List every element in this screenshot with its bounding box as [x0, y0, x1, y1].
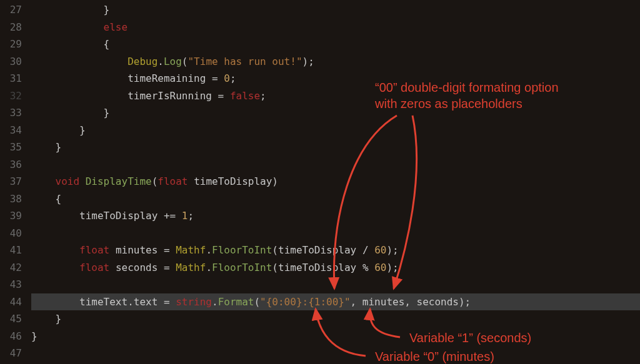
code-line — [31, 276, 640, 293]
line-number: 34 — [0, 122, 22, 139]
annotation-var1: Variable “1” (seconds) — [409, 330, 531, 346]
line-number: 45 — [0, 310, 22, 328]
code-editor[interactable]: 2728293031323334353637383940414243444546… — [0, 0, 640, 364]
code-line: timeToDisplay += 1; — [31, 207, 640, 225]
line-number: 28 — [0, 19, 22, 36]
line-number: 47 — [0, 345, 22, 362]
line-number: 32 — [0, 87, 22, 105]
line-number: 42 — [0, 259, 22, 277]
code-line: } — [31, 122, 640, 139]
code-area[interactable]: } else { Debug.Log("Time has run out!");… — [31, 0, 640, 364]
line-number: 41 — [0, 242, 22, 259]
line-number: 31 — [0, 70, 22, 87]
code-line: } — [31, 1, 640, 19]
code-line: } — [31, 328, 640, 345]
line-number: 33 — [0, 104, 22, 122]
code-line: float minutes = Mathf.FloorToInt(timeToD… — [31, 242, 640, 259]
line-number: 29 — [0, 36, 22, 53]
code-line: else — [31, 19, 640, 36]
line-number-gutter: 2728293031323334353637383940414243444546… — [0, 0, 31, 364]
code-line: { — [31, 36, 640, 53]
code-line: { — [31, 190, 640, 208]
code-line: } — [31, 310, 640, 328]
line-number: 37 — [0, 173, 22, 190]
code-line — [31, 225, 640, 242]
code-line: Debug.Log("Time has run out!"); — [31, 53, 640, 71]
line-number: 40 — [0, 225, 22, 242]
line-number: 39 — [0, 207, 22, 225]
code-line: } — [31, 139, 640, 156]
code-line — [31, 156, 640, 174]
line-number: 35 — [0, 139, 22, 156]
code-line-highlighted: timeText.text = string.Format("{0:00}:{1… — [31, 293, 640, 311]
line-number: 27 — [0, 1, 22, 19]
code-line: float seconds = Mathf.FloorToInt(timeToD… — [31, 259, 640, 277]
line-number: 44 — [0, 293, 22, 311]
code-line: void DisplayTime(float timeToDisplay) — [31, 173, 640, 190]
annotation-format-option: “00” double-digit formating option with … — [375, 79, 559, 112]
line-number: 43 — [0, 276, 22, 293]
line-number: 46 — [0, 328, 22, 345]
line-number: 38 — [0, 190, 22, 208]
line-number: 30 — [0, 53, 22, 71]
annotation-var0: Variable “0” (minutes) — [375, 348, 494, 364]
line-number: 36 — [0, 156, 22, 174]
code-line — [31, 345, 640, 362]
